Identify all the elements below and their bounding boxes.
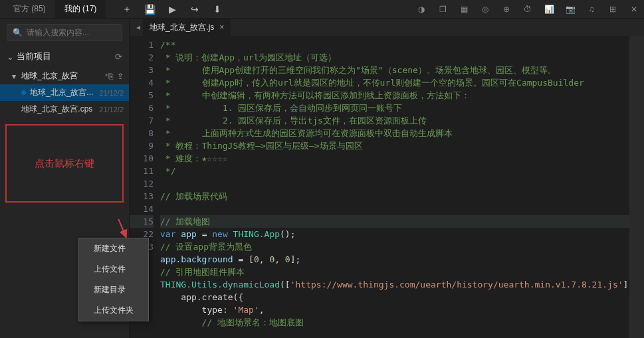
file-date: 21/12/2 bbox=[99, 106, 124, 114]
tree-file-1[interactable]: 地球_北京_故宫.cps 21/12/2 bbox=[0, 101, 129, 118]
editor-tab-active[interactable]: 地球_北京_故宫.js × bbox=[143, 19, 231, 36]
tab-scroll-left-icon[interactable]: ◂ bbox=[134, 23, 143, 32]
ctx-new-file[interactable]: 新建文件 bbox=[79, 238, 148, 259]
hint-box: 点击鼠标右键 bbox=[5, 124, 124, 203]
chart-icon[interactable]: 📊 bbox=[543, 3, 555, 15]
music-icon[interactable]: ♫ bbox=[586, 3, 597, 15]
cube-icon[interactable]: ❒ bbox=[437, 3, 449, 15]
project-tabs: 官方 (85) 我的 (17) bbox=[4, 0, 106, 18]
time-icon[interactable]: ⏱ bbox=[522, 3, 534, 15]
search-field[interactable] bbox=[27, 28, 126, 37]
camera-icon[interactable]: 📷 bbox=[564, 3, 576, 15]
panel-icon[interactable]: ▦ bbox=[458, 3, 470, 15]
minimap[interactable] bbox=[629, 36, 644, 338]
ctx-upload-folder[interactable]: 上传文件夹 bbox=[79, 300, 148, 321]
top-bar: 官方 (85) 我的 (17) ＋ 💾 ▶ ↪ ⬇ ◑ ❒ ▦ ◎ ⊕ ⏱ 📊 … bbox=[0, 0, 644, 19]
section-header: ⌄ 当前项目 ⟳ bbox=[0, 46, 129, 66]
globe-icon[interactable]: ◑ bbox=[415, 3, 427, 15]
file-name: 地球_北京_故宫.cps bbox=[21, 104, 92, 115]
tree-root[interactable]: ▾ 地球_北京_故宫 ⁺⎘ ⇪ bbox=[0, 68, 129, 84]
grid-icon[interactable]: ⊞ bbox=[607, 3, 619, 15]
context-menu: 新建文件 上传文件 新建目录 上传文件夹 bbox=[78, 238, 149, 321]
root-label: 地球_北京_故宫 bbox=[21, 70, 78, 82]
download-icon[interactable]: ⬇ bbox=[212, 4, 223, 15]
caret-down-icon[interactable]: ⌄ bbox=[7, 52, 14, 62]
section-title: 当前项目 bbox=[17, 50, 51, 62]
search-icon: 🔍 bbox=[13, 28, 23, 37]
search-input[interactable]: 🔍 bbox=[7, 24, 122, 41]
share-icon[interactable]: ↪ bbox=[189, 4, 200, 15]
new-file-icon[interactable]: ⁺⎘ bbox=[104, 72, 113, 81]
refresh-icon[interactable]: ⟳ bbox=[115, 52, 122, 62]
editor-tab-bar: ◂ 地球_北京_故宫.js × bbox=[130, 19, 644, 36]
right-toolbar: ◑ ❒ ▦ ◎ ⊕ ⏱ 📊 📷 ♫ ⊞ ✕ bbox=[415, 3, 640, 15]
tree-file-0[interactable]: 地球_北京_故宫... 21/12/2 bbox=[0, 84, 129, 101]
tab-mine[interactable]: 我的 (17) bbox=[55, 0, 106, 18]
file-date: 21/12/2 bbox=[99, 89, 124, 97]
file-tree: ▾ 地球_北京_故宫 ⁺⎘ ⇪ 地球_北京_故宫... 21/12/2 地球_北… bbox=[0, 66, 129, 119]
sphere-icon[interactable]: ◎ bbox=[479, 3, 491, 15]
tab-label: 地球_北京_故宫.js bbox=[150, 22, 214, 33]
file-name: 地球_北京_故宫... bbox=[30, 87, 93, 98]
upload-icon[interactable]: ⇪ bbox=[117, 72, 124, 81]
tab-official[interactable]: 官方 (85) bbox=[4, 0, 55, 18]
editor-area: ◂ 地球_北京_故宫.js × 123456789101112131415222… bbox=[130, 19, 644, 338]
ctx-new-dir[interactable]: 新建目录 bbox=[79, 280, 148, 300]
code-content[interactable]: /** * 说明：创建App，url为园区地址（可选） * 使用App创建打开的… bbox=[160, 36, 629, 338]
tool-icon[interactable]: ✕ bbox=[628, 3, 640, 15]
add-icon[interactable]: ＋ bbox=[122, 4, 132, 15]
close-icon[interactable]: × bbox=[219, 23, 224, 32]
code-editor[interactable]: 1234567891011121314152223 /** * 说明：创建App… bbox=[130, 36, 644, 338]
hint-text: 点击鼠标右键 bbox=[35, 157, 94, 170]
save-icon[interactable]: 💾 bbox=[144, 4, 155, 15]
toolbar: ＋ 💾 ▶ ↪ ⬇ bbox=[122, 4, 223, 15]
modified-dot-icon bbox=[21, 90, 26, 95]
caret-icon: ▾ bbox=[12, 72, 19, 81]
world-icon[interactable]: ⊕ bbox=[500, 3, 512, 15]
run-icon[interactable]: ▶ bbox=[167, 4, 177, 15]
ctx-upload-file[interactable]: 上传文件 bbox=[79, 259, 148, 280]
